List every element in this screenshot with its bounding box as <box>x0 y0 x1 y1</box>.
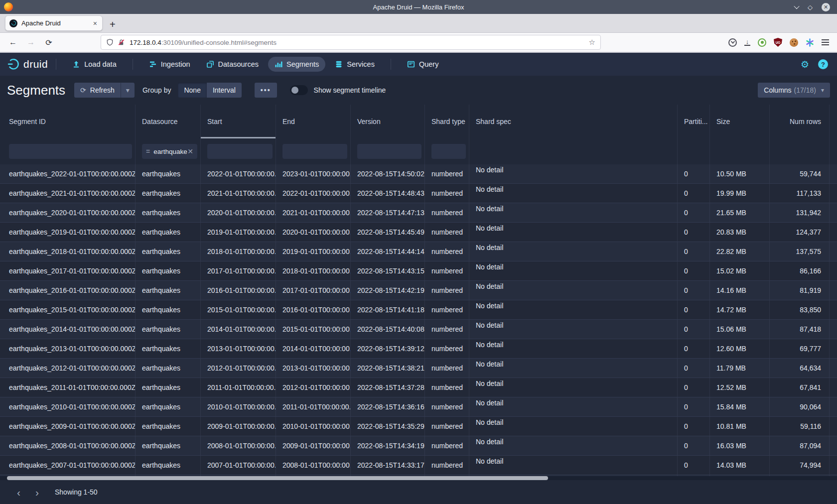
refresh-caret-button[interactable]: ▾ <box>121 83 135 98</box>
table-row[interactable]: earthquakes_2014-01-01T00:00:00.000Z_2..… <box>0 320 837 339</box>
column-header-datasource[interactable]: Datasource <box>136 105 201 138</box>
table-row[interactable]: earthquakes_2016-01-01T00:00:00.000Z_2..… <box>0 281 837 300</box>
column-header-version[interactable]: Version <box>351 105 425 138</box>
ublock-extension-icon[interactable]: UO <box>774 38 782 47</box>
num-rows-cell: 86,166 <box>770 261 830 280</box>
group-by-none-button[interactable]: None <box>178 83 206 98</box>
refresh-button[interactable]: ⟳ Refresh <box>74 83 121 98</box>
shard-spec-cell: No detail <box>469 378 678 397</box>
window-title: Apache Druid — Mozilla Firefox <box>0 3 837 11</box>
segment-id-cell: earthquakes_2014-01-01T00:00:00.000Z_2..… <box>0 320 136 339</box>
datasource-cell: earthquakes <box>136 300 201 319</box>
version-filter-input[interactable] <box>357 144 421 159</box>
reload-icon[interactable]: ⟳ <box>43 38 55 47</box>
table-header-row: Segment ID Datasource Start End Version … <box>0 105 837 138</box>
tab-close-icon[interactable]: × <box>92 19 98 27</box>
back-icon[interactable]: ← <box>7 38 19 47</box>
start-filter-input[interactable] <box>207 144 273 159</box>
new-tab-button[interactable]: + <box>110 19 116 29</box>
table-row[interactable]: earthquakes_2021-01-01T00:00:00.000Z_2..… <box>0 184 837 203</box>
maximize-icon[interactable]: ◇ <box>808 4 813 10</box>
columns-button[interactable]: Columns (17/18) ▾ <box>758 83 830 98</box>
table-row[interactable]: earthquakes_2020-01-01T00:00:00.000Z_2..… <box>0 203 837 223</box>
bookmark-star-icon[interactable]: ☆ <box>589 38 595 47</box>
horizontal-scrollbar[interactable] <box>0 476 837 480</box>
column-header-segment-id[interactable]: Segment ID <box>0 105 136 138</box>
column-header-end[interactable]: End <box>276 105 351 138</box>
table-row[interactable]: earthquakes_2017-01-01T00:00:00.000Z_2..… <box>0 261 837 281</box>
column-header-shard-spec[interactable]: Shard spec <box>469 105 678 138</box>
num-rows-cell: 64,634 <box>770 359 830 378</box>
table-row[interactable]: earthquakes_2012-01-01T00:00:00.000Z_2..… <box>0 359 837 378</box>
gear-icon[interactable]: ⚙ <box>801 60 809 69</box>
table-row[interactable]: earthquakes_2010-01-01T00:00:00.000Z_2..… <box>0 397 837 417</box>
table-row[interactable]: earthquakes_2008-01-01T00:00:00.000Z_2..… <box>0 436 837 456</box>
datasource-cell: earthquakes <box>136 242 201 261</box>
shard-spec-cell: No detail <box>469 223 678 242</box>
table-row[interactable]: earthquakes_2015-01-01T00:00:00.000Z_2..… <box>0 300 837 320</box>
column-header-num-rows[interactable]: Num rows <box>770 105 830 138</box>
segment-timeline-toggle[interactable] <box>290 85 308 95</box>
nav-item-load-data[interactable]: Load data <box>66 57 123 72</box>
column-header-shard-type[interactable]: Shard type <box>425 105 469 138</box>
help-icon[interactable]: ? <box>818 59 828 69</box>
column-header-size[interactable]: Size <box>710 105 770 138</box>
num-rows-cell: 87,094 <box>770 436 830 455</box>
table-row[interactable]: earthquakes_2011-01-01T00:00:00.000Z_2..… <box>0 378 837 397</box>
nav-item-query[interactable]: Query <box>401 57 445 72</box>
privacy-badger-extension-icon[interactable] <box>758 38 766 47</box>
remove-filter-icon[interactable]: ✕ <box>187 147 193 155</box>
segment-id-cell: earthquakes_2021-01-01T00:00:00.000Z_2..… <box>0 184 136 203</box>
table-row[interactable]: earthquakes_2007-01-01T00:00:00.000Z_2..… <box>0 456 837 475</box>
table-row[interactable]: earthquakes_2022-01-01T00:00:00.000Z_2..… <box>0 164 837 184</box>
url-text[interactable]: 172.18.0.4:30109/unified-console.html#se… <box>130 39 589 46</box>
url-bar[interactable]: 172.18.0.4:30109/unified-console.html#se… <box>101 35 601 50</box>
tab-apache-druid[interactable]: Apache Druid × <box>5 15 103 31</box>
window-list-chevron-icon[interactable] <box>794 3 799 9</box>
column-header-partition[interactable]: Partiti... <box>678 105 710 138</box>
table-row[interactable]: earthquakes_2009-01-01T00:00:00.000Z_2..… <box>0 417 837 436</box>
end-filter-input[interactable] <box>282 144 347 159</box>
table-row[interactable]: earthquakes_2018-01-01T00:00:00.000Z_2..… <box>0 242 837 261</box>
druid-brand[interactable]: druid <box>7 58 48 71</box>
size-cell: 21.65 MB <box>710 203 770 222</box>
table-row[interactable]: earthquakes_2013-01-01T00:00:00.000Z_2..… <box>0 339 837 359</box>
pocket-icon[interactable] <box>728 38 737 47</box>
nav-item-segments[interactable]: Segments <box>268 57 325 72</box>
asterisk-extension-icon[interactable] <box>806 38 814 47</box>
end-cell: 2023-01-01T00:00:00.0... <box>276 164 351 183</box>
end-cell: 2022-01-01T00:00:00.0... <box>276 184 351 203</box>
cookie-extension-icon[interactable] <box>790 38 798 47</box>
nav-item-datasources[interactable]: Datasources <box>200 57 265 72</box>
chevron-right-icon[interactable]: › <box>33 487 41 498</box>
scrollbar-thumb[interactable] <box>7 476 548 480</box>
datasource-filter-input[interactable]: = earthquake ✕ <box>142 144 197 159</box>
more-options-button[interactable]: ••• <box>255 83 277 98</box>
chevron-left-icon[interactable]: ‹ <box>15 487 22 498</box>
shard-type-cell: numbered <box>425 203 469 222</box>
datasources-icon <box>206 60 214 68</box>
download-icon[interactable]: ↓ <box>744 39 750 46</box>
shard-type-cell: numbered <box>425 223 469 242</box>
close-icon[interactable]: ✕ <box>822 3 830 11</box>
start-cell: 2018-01-01T00:00:00.0... <box>201 242 276 261</box>
shield-icon[interactable] <box>106 38 114 46</box>
segment-id-cell: earthquakes_2016-01-01T00:00:00.000Z_2..… <box>0 281 136 300</box>
size-cell: 16.03 MB <box>710 436 770 455</box>
pagination-footer: ‹ › Showing 1-50 <box>0 480 837 504</box>
nav-item-ingestion[interactable]: Ingestion <box>142 57 197 72</box>
refresh-split-button: ⟳ Refresh ▾ <box>74 83 135 98</box>
column-header-start[interactable]: Start <box>201 105 276 138</box>
segment-id-filter-input[interactable] <box>9 144 132 159</box>
partition-cell: 0 <box>678 456 710 475</box>
table-row[interactable]: earthquakes_2019-01-01T00:00:00.000Z_2..… <box>0 223 837 242</box>
forward-icon[interactable]: → <box>25 38 37 47</box>
shard-type-filter-input[interactable] <box>431 144 466 159</box>
menu-icon[interactable] <box>822 39 829 45</box>
lock-slash-icon[interactable] <box>118 38 125 46</box>
nav-item-label: Services <box>347 60 375 68</box>
nav-item-services[interactable]: Services <box>328 57 381 72</box>
num-rows-cell: 74,994 <box>770 456 830 475</box>
group-by-interval-button[interactable]: Interval <box>207 83 242 98</box>
shard-spec-cell: No detail <box>469 242 678 261</box>
